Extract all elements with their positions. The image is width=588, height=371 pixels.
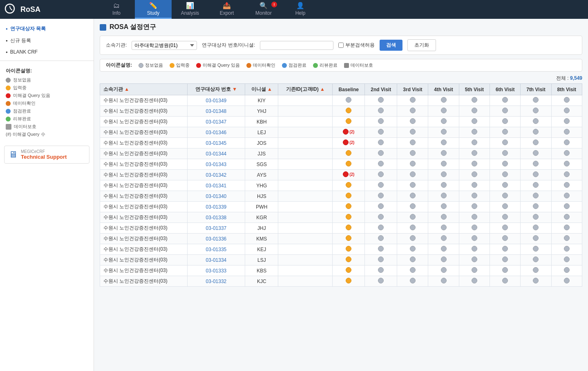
search-button[interactable]: 검색 (380, 40, 402, 51)
status-cell[interactable] (428, 276, 459, 287)
partial-search-checkbox[interactable] (338, 43, 344, 48)
status-cell[interactable] (428, 255, 459, 265)
status-dot-gray[interactable] (378, 267, 384, 273)
status-dot-gray[interactable] (346, 97, 351, 103)
status-dot-gray[interactable] (472, 182, 477, 188)
status-cell[interactable] (551, 202, 582, 212)
status-cell[interactable] (333, 117, 365, 127)
status-dot-gray[interactable] (441, 225, 447, 230)
status-cell[interactable] (521, 244, 551, 255)
status-dot-gray[interactable] (378, 225, 384, 230)
status-dot-gray[interactable] (502, 108, 508, 113)
status-cell[interactable] (551, 276, 582, 287)
status-cell[interactable] (521, 170, 551, 180)
status-dot-gray[interactable] (502, 97, 508, 103)
status-dot-gray[interactable] (502, 118, 508, 124)
status-cell[interactable]: (2) (333, 170, 365, 180)
status-dot-gray[interactable] (472, 129, 477, 135)
status-dot-gray[interactable] (378, 182, 384, 188)
status-dot-gray[interactable] (502, 246, 508, 252)
status-dot-gray[interactable] (410, 203, 416, 209)
status-dot-gray[interactable] (472, 214, 477, 220)
cell-subject-no[interactable]: 03-01347 (187, 117, 245, 127)
status-dot-gray[interactable] (564, 129, 570, 135)
status-dot-gray[interactable] (378, 214, 384, 220)
status-cell[interactable] (551, 95, 582, 106)
status-cell[interactable] (333, 255, 365, 265)
status-cell[interactable] (365, 255, 397, 265)
status-dot-gray[interactable] (564, 193, 570, 198)
status-dot-gray[interactable] (441, 235, 447, 241)
status-cell[interactable] (551, 159, 582, 170)
cell-subject-no[interactable]: 03-01343 (187, 159, 245, 170)
status-dot-gray[interactable] (472, 278, 477, 283)
status-cell[interactable] (397, 191, 428, 202)
status-cell[interactable] (365, 244, 397, 255)
status-cell[interactable] (490, 255, 521, 265)
status-dot-gray[interactable] (502, 235, 508, 241)
status-dot-gray[interactable] (502, 256, 508, 262)
col-base-id[interactable]: 기존ID(고객ID) ▲ (278, 84, 333, 95)
status-cell[interactable] (428, 106, 459, 117)
status-cell[interactable] (551, 212, 582, 223)
cell-subject-no[interactable]: 03-01346 (187, 127, 245, 138)
status-cell[interactable] (551, 170, 582, 180)
status-cell[interactable] (333, 159, 365, 170)
status-dot-gray[interactable] (472, 171, 477, 177)
status-dot-gray[interactable] (378, 118, 384, 124)
col-initial[interactable]: 이니셜 ▲ (245, 84, 278, 95)
status-cell[interactable] (551, 117, 582, 127)
status-cell[interactable] (521, 223, 551, 234)
status-cell[interactable] (397, 212, 428, 223)
status-cell[interactable] (459, 127, 490, 138)
status-dot-gray[interactable] (564, 256, 570, 262)
status-dot-gray[interactable] (410, 118, 416, 124)
status-cell[interactable] (490, 234, 521, 244)
status-cell[interactable] (365, 212, 397, 223)
status-cell[interactable] (428, 244, 459, 255)
status-cell[interactable] (397, 255, 428, 265)
status-dot-gray[interactable] (564, 182, 570, 188)
status-cell[interactable] (397, 159, 428, 170)
status-dot-gray[interactable] (502, 139, 508, 145)
status-dot-yellow[interactable] (346, 225, 351, 230)
status-cell[interactable] (428, 95, 459, 106)
status-dot-gray[interactable] (441, 256, 447, 262)
status-cell[interactable] (459, 212, 490, 223)
nav-item-monitor[interactable]: 🔍 Monitor ! (245, 0, 282, 19)
status-dot-gray[interactable] (502, 278, 508, 283)
status-dot-gray[interactable] (441, 171, 447, 177)
status-dot-gray[interactable] (564, 108, 570, 113)
status-dot-gray[interactable] (564, 267, 570, 273)
status-cell[interactable] (551, 234, 582, 244)
status-dot-gray[interactable] (441, 150, 447, 156)
status-cell[interactable] (428, 202, 459, 212)
nav-item-export[interactable]: 📤 Export (208, 0, 245, 19)
status-cell[interactable] (521, 117, 551, 127)
status-cell[interactable] (428, 117, 459, 127)
status-dot-gray[interactable] (441, 278, 447, 283)
status-dot-gray[interactable] (410, 171, 416, 177)
status-cell[interactable] (397, 276, 428, 287)
status-dot-yellow[interactable] (346, 182, 351, 188)
status-cell[interactable] (490, 276, 521, 287)
status-cell[interactable] (365, 276, 397, 287)
status-dot-gray[interactable] (441, 182, 447, 188)
cell-subject-no[interactable]: 03-01336 (187, 234, 245, 244)
status-dot-gray[interactable] (410, 129, 416, 135)
status-dot-gray[interactable] (564, 150, 570, 156)
status-dot-gray[interactable] (410, 267, 416, 273)
status-dot-gray[interactable] (533, 182, 539, 188)
status-cell[interactable] (521, 159, 551, 170)
status-cell[interactable] (365, 138, 397, 148)
cell-subject-no[interactable]: 03-01341 (187, 180, 245, 191)
status-dot-gray[interactable] (472, 97, 477, 103)
col-institution[interactable]: 소속기관 ▲ (100, 84, 188, 95)
status-dot-gray[interactable] (564, 118, 570, 124)
status-dot-gray[interactable] (502, 214, 508, 220)
status-dot-gray[interactable] (533, 235, 539, 241)
cell-subject-no[interactable]: 03-01349 (187, 95, 245, 106)
nav-item-analysis[interactable]: 📊 Analysis (172, 0, 208, 19)
status-cell[interactable] (521, 127, 551, 138)
status-dot-gray[interactable] (564, 161, 570, 166)
